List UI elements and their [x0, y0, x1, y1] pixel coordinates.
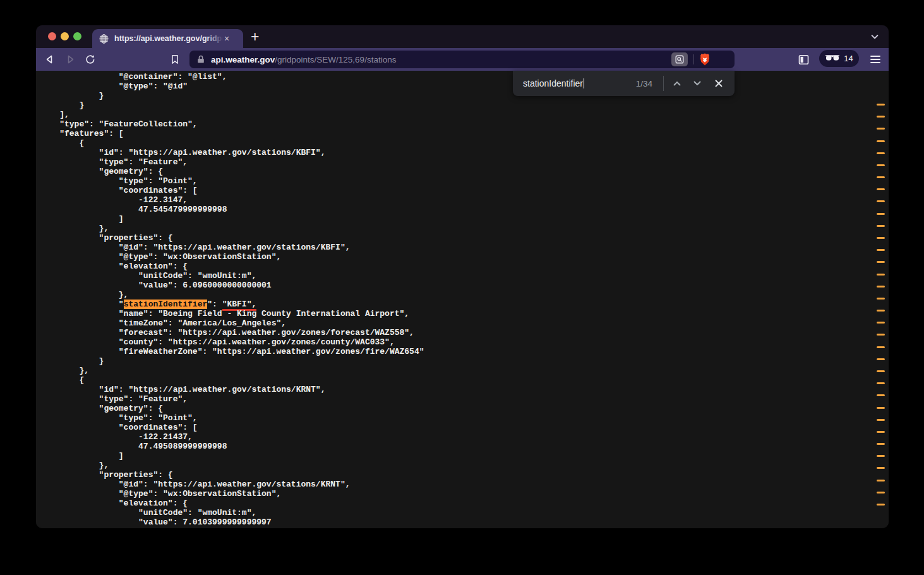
- tab-active[interactable]: https://api.weather.gov/gridpoi ×: [92, 29, 243, 48]
- code-line: "unitCode": "wmoUnit:m",: [40, 271, 889, 281]
- bookmark-icon[interactable]: [169, 54, 181, 65]
- find-match-tick[interactable]: [877, 261, 885, 263]
- code-line: "unitCode": "wmoUnit:m",: [40, 508, 889, 518]
- new-tab-button[interactable]: +: [251, 27, 259, 47]
- find-match-tick[interactable]: [877, 286, 885, 288]
- find-match-tick[interactable]: [877, 455, 885, 457]
- find-match-tick[interactable]: [877, 213, 885, 215]
- code-line: "timeZone": "America/Los_Angeles",: [40, 318, 889, 328]
- code-line: "name": "Boeing Field - King County Inte…: [40, 309, 889, 318]
- code-line: "elevation": {: [40, 499, 889, 508]
- back-button[interactable]: [44, 54, 56, 65]
- code-line: "@id": "https://api.weather.gov/stations…: [40, 243, 889, 252]
- find-bar: stationIdentifier 1/34: [513, 71, 735, 96]
- tab-title-fade: [207, 34, 223, 43]
- find-match-tick[interactable]: [877, 346, 885, 348]
- find-previous-button[interactable]: [671, 78, 683, 89]
- find-match-tick[interactable]: [877, 334, 885, 336]
- brave-shields-icon[interactable]: [698, 52, 712, 66]
- code-line: -122.21437,: [40, 432, 889, 442]
- code-line: ],: [40, 110, 889, 119]
- tab-search-chevron-down-icon[interactable]: [870, 32, 880, 42]
- find-match-tick[interactable]: [877, 188, 885, 190]
- tab-strip: https://api.weather.gov/gridpoi × +: [36, 25, 889, 48]
- find-match-tick[interactable]: [877, 358, 885, 360]
- code-line: }: [40, 527, 889, 528]
- code-line: "@container": "@list",: [40, 72, 889, 82]
- find-match-tick[interactable]: [877, 310, 885, 312]
- find-match-ticks[interactable]: [876, 71, 889, 528]
- code-line: "@id": "https://api.weather.gov/stations…: [40, 480, 889, 489]
- find-match-tick[interactable]: [877, 200, 885, 202]
- address-bar[interactable]: api.weather.gov/gridpoints/SEW/125,69/st…: [189, 51, 735, 68]
- code-line: }: [40, 356, 889, 366]
- code-line: },: [40, 461, 889, 470]
- url-text: api.weather.gov/gridpoints/SEW/125,69/st…: [211, 55, 396, 64]
- code-line: "type": "Point",: [40, 413, 889, 423]
- find-match-tick[interactable]: [877, 492, 885, 493]
- menu-hamburger-icon[interactable]: [870, 54, 881, 64]
- code-line: "county": "https://api.weather.gov/zones…: [40, 337, 889, 347]
- find-active-match: stationIdentifier: [124, 300, 208, 309]
- find-match-tick[interactable]: [877, 504, 885, 505]
- code-line: -122.3147,: [40, 195, 889, 205]
- find-in-page-toolbar-button[interactable]: [671, 52, 688, 66]
- code-line: {: [40, 138, 889, 148]
- text-caret: [584, 78, 585, 88]
- find-match-tick[interactable]: [877, 467, 885, 469]
- code-line: "properties": {: [40, 233, 889, 243]
- find-match-tick[interactable]: [877, 382, 885, 384]
- find-match-tick[interactable]: [877, 176, 885, 178]
- find-match-tick[interactable]: [877, 116, 885, 118]
- find-match-tick[interactable]: [877, 104, 885, 106]
- find-match-tick[interactable]: [877, 274, 885, 275]
- find-next-button[interactable]: [692, 78, 703, 89]
- find-match-tick[interactable]: [877, 237, 885, 239]
- find-match-tick[interactable]: [877, 225, 885, 227]
- code-line: "type": "Feature",: [40, 394, 889, 404]
- find-match-tick[interactable]: [877, 370, 885, 372]
- window-minimize-button[interactable]: [61, 32, 69, 40]
- code-line: ]: [40, 214, 889, 224]
- find-match-tick[interactable]: [877, 394, 885, 396]
- code-line: 47.495089999999998: [40, 442, 889, 451]
- code-line: "features": [: [40, 129, 889, 138]
- code-line: "type": "Feature",: [40, 157, 889, 167]
- browser-window: https://api.weather.gov/gridpoi × +: [36, 25, 889, 528]
- code-line: {: [40, 375, 889, 385]
- shields-blocked-count-badge[interactable]: 14: [819, 50, 859, 67]
- find-match-tick[interactable]: [877, 443, 885, 445]
- reload-button[interactable]: [85, 54, 96, 65]
- find-match-tick[interactable]: [877, 407, 885, 409]
- navigation-toolbar: api.weather.gov/gridpoints/SEW/125,69/st…: [36, 48, 889, 71]
- find-match-tick[interactable]: [877, 431, 885, 433]
- sidebar-toggle-icon[interactable]: [798, 54, 810, 66]
- code-line: },: [40, 290, 889, 300]
- find-match-tick[interactable]: [877, 298, 885, 300]
- tab-close-icon[interactable]: ×: [224, 34, 229, 43]
- find-match-tick[interactable]: [877, 419, 885, 421]
- find-match-tick[interactable]: [877, 322, 885, 324]
- url-path: /gridpoints/SEW/125,69/stations: [275, 55, 396, 64]
- window-close-button[interactable]: [48, 32, 56, 40]
- find-match-tick[interactable]: [877, 128, 885, 130]
- code-line: "type": "Point",: [40, 176, 889, 186]
- code-line: },: [40, 366, 889, 375]
- code-line: 47.545479999999998: [40, 205, 889, 214]
- find-input[interactable]: stationIdentifier: [523, 78, 584, 88]
- code-line: "stationIdentifier": "KBFI",: [40, 300, 889, 309]
- code-line: "forecast": "https://api.weather.gov/zon…: [40, 328, 889, 337]
- find-match-tick[interactable]: [877, 152, 885, 154]
- find-match-tick[interactable]: [877, 140, 885, 142]
- code-line: "@type": "@id": [40, 82, 889, 91]
- find-match-tick[interactable]: [877, 480, 885, 481]
- window-zoom-button[interactable]: [73, 32, 81, 40]
- find-match-tick[interactable]: [877, 249, 885, 251]
- find-close-icon[interactable]: [713, 78, 724, 89]
- find-match-tick[interactable]: [877, 164, 885, 166]
- forward-button[interactable]: [64, 54, 76, 65]
- tab-title: https://api.weather.gov/gridpoi: [114, 34, 223, 43]
- json-content: "@container": "@list", "@type": "@id" } …: [36, 71, 889, 528]
- code-line: "type": "FeatureCollection",: [40, 119, 889, 129]
- find-match-count: 1/34: [636, 79, 652, 88]
